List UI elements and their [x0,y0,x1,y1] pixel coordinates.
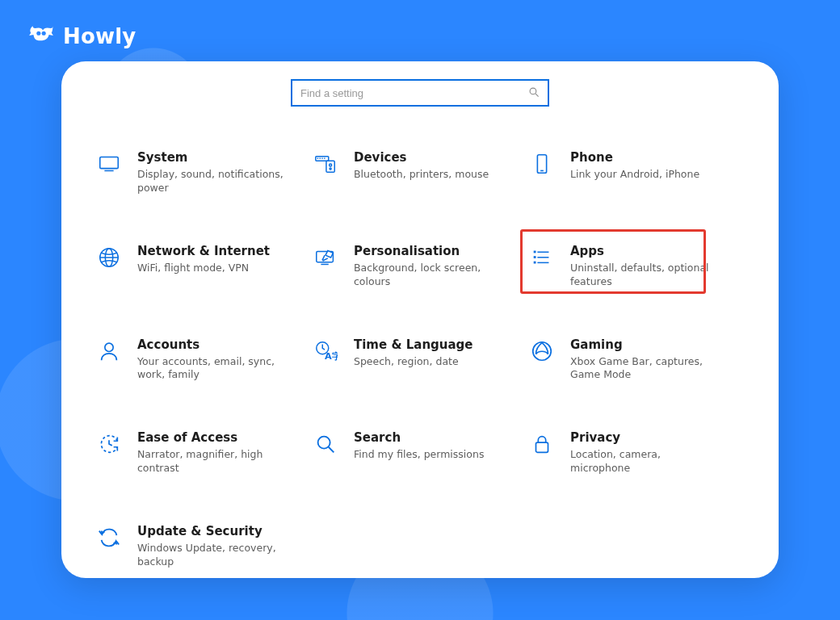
tile-desc: WiFi, flight mode, VPN [137,262,270,275]
svg-point-2 [530,88,536,94]
svg-point-31 [318,437,330,449]
search-input[interactable] [300,87,519,99]
tile-desc: Display, sound, notifications, power [137,168,291,195]
svg-rect-4 [100,157,119,169]
tile-time-language[interactable]: A字 Time & LanguageSpeech, region, date [312,334,528,386]
tile-desc: Windows Update, recovery, backup [137,542,291,569]
tile-apps[interactable]: AppsUninstall, defaults, optional featur… [528,241,745,292]
tile-title: System [137,150,291,165]
tile-title: Phone [570,150,699,165]
privacy-icon [528,430,556,458]
devices-icon [312,150,339,178]
svg-point-0 [36,31,40,36]
apps-icon [528,244,556,271]
search-category-icon [312,430,339,458]
search-icon [528,86,540,100]
tile-title: Search [354,430,484,445]
accounts-icon [95,337,123,365]
svg-rect-25 [534,261,536,263]
svg-rect-22 [537,251,548,253]
tile-system[interactable]: SystemDisplay, sound, notifications, pow… [95,147,312,199]
tile-desc: Location, camera, microphone [570,448,724,475]
tile-desc: Speech, region, date [354,355,473,369]
tile-title: Ease of Access [137,430,291,445]
tile-network[interactable]: Network & InternetWiFi, flight mode, VPN [95,241,312,292]
tile-title: Personalisation [354,244,507,258]
tile-phone[interactable]: PhoneLink your Android, iPhone [528,147,745,199]
settings-card: SystemDisplay, sound, notifications, pow… [61,61,779,578]
tile-accounts[interactable]: AccountsYour accounts, email, sync, work… [95,334,312,386]
svg-point-27 [105,343,113,351]
svg-rect-33 [536,442,548,452]
svg-point-13 [330,168,331,170]
svg-rect-21 [534,250,536,253]
tile-title: Update & Security [137,524,291,538]
tile-desc: Your accounts, email, sync, work, family [137,355,291,383]
tile-desc: Find my files, permissions [354,448,484,462]
tile-desc: Bluetooth, printers, mouse [354,168,489,182]
tile-privacy[interactable]: PrivacyLocation, camera, microphone [528,427,745,479]
brand-name: Howly [63,24,136,48]
settings-grid: SystemDisplay, sound, notifications, pow… [95,147,745,572]
tile-desc: Uninstall, defaults, optional features [570,262,724,289]
tile-title: Apps [570,244,724,258]
update-security-icon [95,524,123,551]
tile-title: Network & Internet [137,244,270,258]
tile-title: Gaming [570,337,724,352]
svg-rect-7 [317,158,318,159]
howly-brand: Howly [27,23,136,50]
tile-personalisation[interactable]: PersonalisationBackground, lock screen, … [312,241,528,292]
tile-devices[interactable]: DevicesBluetooth, printers, mouse [312,147,528,199]
svg-rect-26 [537,262,548,263]
personalisation-icon [312,244,339,271]
svg-rect-8 [320,158,321,159]
svg-rect-24 [537,257,548,258]
ease-of-access-icon [95,430,123,458]
gaming-icon [528,337,556,365]
tile-title: Accounts [137,337,291,352]
svg-rect-9 [321,158,322,159]
system-icon [95,150,123,178]
owl-icon [27,23,55,50]
tile-desc: Narrator, magnifier, high contrast [137,448,291,475]
tile-desc: Link your Android, iPhone [570,168,699,182]
svg-point-12 [330,164,332,166]
tile-title: Time & Language [354,337,473,352]
tile-search[interactable]: SearchFind my files, permissions [312,427,528,479]
svg-line-32 [329,447,334,453]
tile-title: Privacy [570,430,724,445]
svg-point-1 [42,31,46,36]
svg-rect-23 [534,256,536,258]
svg-text:A字: A字 [325,351,338,362]
settings-search[interactable] [291,79,549,107]
tile-gaming[interactable]: GamingXbox Game Bar, captures, Game Mode [528,334,745,386]
tile-update-security[interactable]: Update & SecurityWindows Update, recover… [95,521,312,572]
tile-ease-of-access[interactable]: Ease of AccessNarrator, magnifier, high … [95,427,312,479]
tile-desc: Background, lock screen, colours [354,262,507,289]
tile-title: Devices [354,150,489,165]
network-icon [95,244,123,271]
tile-desc: Xbox Game Bar, captures, Game Mode [570,355,724,383]
time-language-icon: A字 [312,337,339,365]
svg-rect-10 [324,158,325,159]
phone-icon [528,150,556,178]
svg-line-3 [536,94,539,97]
